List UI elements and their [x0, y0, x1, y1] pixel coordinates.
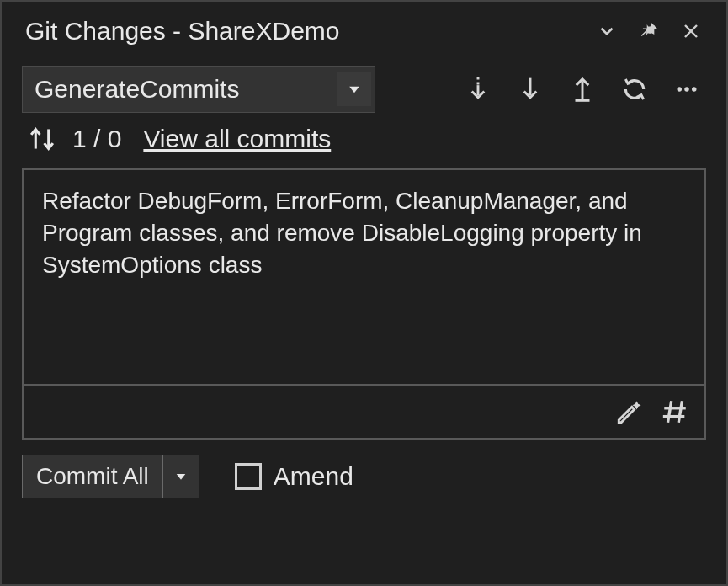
pin-icon[interactable] — [630, 13, 667, 50]
svg-point-9 — [684, 87, 689, 92]
hash-icon[interactable] — [656, 392, 694, 431]
commit-dropdown-icon[interactable] — [163, 455, 199, 498]
amend-label: Amend — [274, 462, 353, 491]
amend-option: Amend — [235, 462, 353, 491]
branch-dropdown-icon[interactable] — [337, 72, 371, 106]
commit-message-toolbar — [24, 384, 704, 438]
sync-stats-row: 1 / 0 View all commits — [2, 125, 726, 168]
branch-selector[interactable]: GenerateCommits — [22, 66, 375, 113]
view-all-commits-link[interactable]: View all commits — [143, 125, 331, 153]
svg-line-13 — [668, 401, 672, 423]
branch-name: GenerateCommits — [35, 75, 337, 104]
git-changes-panel: Git Changes - ShareXDemo GenerateCommits — [0, 0, 728, 586]
svg-line-14 — [678, 401, 682, 423]
commit-action-row: Commit All Amend — [2, 440, 726, 514]
commit-all-button[interactable]: Commit All — [22, 455, 199, 498]
svg-point-10 — [692, 87, 697, 92]
commit-all-label[interactable]: Commit All — [23, 455, 163, 498]
sync-icon[interactable] — [615, 70, 654, 109]
collapse-icon[interactable] — [588, 13, 625, 50]
ai-sparkle-pen-icon[interactable] — [610, 392, 649, 431]
branch-toolbar: GenerateCommits — [2, 56, 726, 125]
outgoing-count: 1 — [72, 125, 87, 152]
panel-titlebar: Git Changes - ShareXDemo — [2, 2, 726, 56]
commit-message-area — [22, 168, 706, 440]
pull-icon[interactable] — [511, 70, 550, 109]
svg-marker-17 — [177, 474, 186, 480]
svg-marker-2 — [349, 87, 359, 93]
fetch-icon[interactable] — [459, 70, 497, 109]
more-icon[interactable] — [667, 70, 706, 109]
push-icon[interactable] — [563, 70, 602, 109]
sync-counts: 1 / 0 — [72, 125, 121, 153]
amend-checkbox[interactable] — [235, 463, 262, 490]
close-icon[interactable] — [672, 13, 709, 50]
incoming-count: 0 — [108, 125, 122, 152]
panel-title: Git Changes - ShareXDemo — [25, 17, 583, 45]
svg-point-8 — [678, 87, 683, 92]
sync-arrows-icon — [27, 125, 57, 153]
commit-message-input[interactable] — [24, 170, 704, 381]
